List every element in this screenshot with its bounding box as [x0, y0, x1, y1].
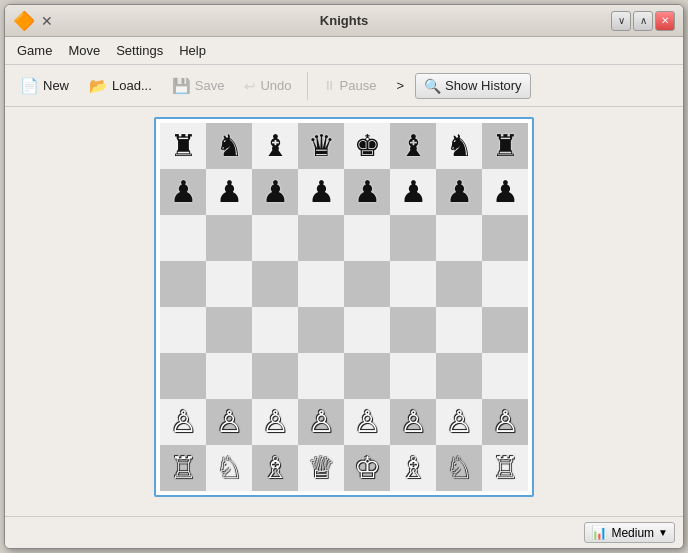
more-button[interactable]: >	[387, 73, 413, 98]
difficulty-dropdown[interactable]: 📊 Medium ▼	[584, 522, 675, 543]
close-button[interactable]: ✕	[655, 11, 675, 31]
cell-7-4[interactable]: ♔	[344, 445, 390, 491]
cell-4-7[interactable]	[482, 307, 528, 353]
piece-6-3: ♙	[308, 407, 335, 437]
cell-0-1[interactable]: ♞	[206, 123, 252, 169]
window-title: Knights	[320, 13, 368, 28]
cell-3-5[interactable]	[390, 261, 436, 307]
cell-2-5[interactable]	[390, 215, 436, 261]
cell-5-0[interactable]	[160, 353, 206, 399]
cell-6-5[interactable]: ♙	[390, 399, 436, 445]
cell-6-1[interactable]: ♙	[206, 399, 252, 445]
cell-2-2[interactable]	[252, 215, 298, 261]
menu-game[interactable]: Game	[9, 40, 60, 61]
cell-1-6[interactable]: ♟	[436, 169, 482, 215]
cell-7-1[interactable]: ♘	[206, 445, 252, 491]
undo-label: Undo	[260, 78, 291, 93]
pause-button[interactable]: ⏸ Pause	[314, 73, 386, 98]
cell-3-4[interactable]	[344, 261, 390, 307]
cell-7-6[interactable]: ♘	[436, 445, 482, 491]
cell-2-1[interactable]	[206, 215, 252, 261]
app-icon-x: ✕	[41, 13, 53, 29]
cell-0-3[interactable]: ♛	[298, 123, 344, 169]
cell-5-3[interactable]	[298, 353, 344, 399]
cell-3-2[interactable]	[252, 261, 298, 307]
load-button[interactable]: 📂 Load...	[80, 72, 161, 100]
cell-4-2[interactable]	[252, 307, 298, 353]
cell-4-1[interactable]	[206, 307, 252, 353]
cell-6-6[interactable]: ♙	[436, 399, 482, 445]
cell-0-5[interactable]: ♝	[390, 123, 436, 169]
cell-2-3[interactable]	[298, 215, 344, 261]
cell-4-5[interactable]	[390, 307, 436, 353]
cell-1-5[interactable]: ♟	[390, 169, 436, 215]
cell-7-5[interactable]: ♗	[390, 445, 436, 491]
cell-7-7[interactable]: ♖	[482, 445, 528, 491]
save-icon: 💾	[172, 77, 191, 95]
cell-7-2[interactable]: ♗	[252, 445, 298, 491]
cell-4-3[interactable]	[298, 307, 344, 353]
cell-1-7[interactable]: ♟	[482, 169, 528, 215]
load-icon: 📂	[89, 77, 108, 95]
piece-0-5: ♝	[400, 131, 427, 161]
menu-move[interactable]: Move	[60, 40, 108, 61]
cell-5-4[interactable]	[344, 353, 390, 399]
piece-0-3: ♛	[308, 131, 335, 161]
cell-1-1[interactable]: ♟	[206, 169, 252, 215]
cell-5-1[interactable]	[206, 353, 252, 399]
minimize-button[interactable]: ∨	[611, 11, 631, 31]
menu-help[interactable]: Help	[171, 40, 214, 61]
maximize-button[interactable]: ∧	[633, 11, 653, 31]
cell-2-4[interactable]	[344, 215, 390, 261]
cell-4-6[interactable]	[436, 307, 482, 353]
cell-3-6[interactable]	[436, 261, 482, 307]
cell-6-7[interactable]: ♙	[482, 399, 528, 445]
piece-6-2: ♙	[262, 407, 289, 437]
cell-0-7[interactable]: ♜	[482, 123, 528, 169]
cell-4-4[interactable]	[344, 307, 390, 353]
cell-7-3[interactable]: ♕	[298, 445, 344, 491]
cell-0-6[interactable]: ♞	[436, 123, 482, 169]
chess-board-container: ♜♞♝♛♚♝♞♜♟♟♟♟♟♟♟♟♙♙♙♙♙♙♙♙♖♘♗♕♔♗♘♖	[154, 117, 534, 497]
cell-3-7[interactable]	[482, 261, 528, 307]
piece-7-2: ♗	[262, 453, 289, 483]
cell-0-4[interactable]: ♚	[344, 123, 390, 169]
save-button[interactable]: 💾 Save	[163, 72, 234, 100]
cell-1-4[interactable]: ♟	[344, 169, 390, 215]
undo-button[interactable]: ↩ Undo	[235, 73, 300, 99]
main-content: ♜♞♝♛♚♝♞♜♟♟♟♟♟♟♟♟♙♙♙♙♙♙♙♙♖♘♗♕♔♗♘♖	[5, 107, 683, 516]
cell-7-0[interactable]: ♖	[160, 445, 206, 491]
new-label: New	[43, 78, 69, 93]
cell-1-2[interactable]: ♟	[252, 169, 298, 215]
cell-3-0[interactable]	[160, 261, 206, 307]
piece-7-6: ♘	[446, 453, 473, 483]
bar-chart-icon: 📊	[591, 525, 607, 540]
cell-0-0[interactable]: ♜	[160, 123, 206, 169]
cell-3-1[interactable]	[206, 261, 252, 307]
cell-6-4[interactable]: ♙	[344, 399, 390, 445]
cell-1-3[interactable]: ♟	[298, 169, 344, 215]
cell-6-0[interactable]: ♙	[160, 399, 206, 445]
piece-0-7: ♜	[492, 131, 519, 161]
chess-board: ♜♞♝♛♚♝♞♜♟♟♟♟♟♟♟♟♙♙♙♙♙♙♙♙♖♘♗♕♔♗♘♖	[160, 123, 528, 491]
new-button[interactable]: 📄 New	[11, 72, 78, 100]
cell-5-2[interactable]	[252, 353, 298, 399]
cell-5-5[interactable]	[390, 353, 436, 399]
cell-2-6[interactable]	[436, 215, 482, 261]
cell-1-0[interactable]: ♟	[160, 169, 206, 215]
cell-0-2[interactable]: ♝	[252, 123, 298, 169]
dropdown-arrow-icon: ▼	[658, 527, 668, 538]
cell-4-0[interactable]	[160, 307, 206, 353]
cell-6-2[interactable]: ♙	[252, 399, 298, 445]
toolbar-separator-1	[307, 72, 308, 100]
piece-1-4: ♟	[354, 177, 381, 207]
cell-2-0[interactable]	[160, 215, 206, 261]
cell-2-7[interactable]	[482, 215, 528, 261]
app-icon-orange: 🔶	[13, 10, 35, 32]
cell-3-3[interactable]	[298, 261, 344, 307]
cell-6-3[interactable]: ♙	[298, 399, 344, 445]
cell-5-6[interactable]	[436, 353, 482, 399]
cell-5-7[interactable]	[482, 353, 528, 399]
show-history-button[interactable]: 🔍 Show History	[415, 73, 531, 99]
menu-settings[interactable]: Settings	[108, 40, 171, 61]
